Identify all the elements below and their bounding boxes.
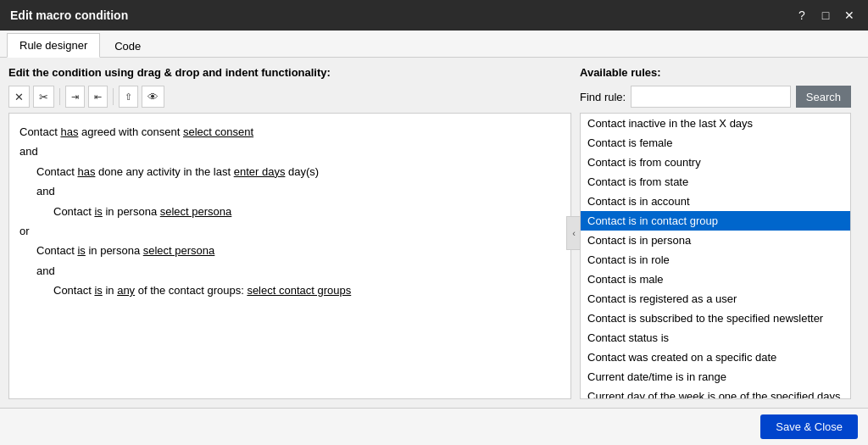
cut-button[interactable]: ✂ — [33, 86, 54, 108]
rule-list-item[interactable]: Contact is male — [581, 270, 850, 289]
connector-and-2: and — [36, 181, 560, 201]
rule-list-item[interactable]: Contact is in account — [581, 192, 850, 211]
rule-list-item[interactable]: Contact inactive in the last X days — [581, 114, 850, 133]
move-up-button[interactable]: ⇧ — [119, 86, 138, 108]
rule-list-item[interactable]: Contact is in role — [581, 250, 850, 270]
rule-list-item[interactable]: Contact is female — [581, 133, 850, 153]
left-panel: Edit the condition using drag & drop and… — [8, 66, 571, 399]
title-bar: Edit macro condition ? □ ✕ — [0, 0, 868, 31]
tab-rule-designer[interactable]: Rule designer — [7, 33, 100, 58]
find-rule-input[interactable] — [631, 86, 791, 108]
help-button[interactable]: ? — [793, 7, 810, 24]
select-contact-groups-link[interactable]: select contact groups — [247, 284, 351, 297]
select-persona-link-2[interactable]: select persona — [143, 244, 215, 257]
is-link-3[interactable]: is — [94, 284, 102, 297]
toolbar: ✕ ✂ ⇥ ⇤ ⇧ 👁 — [8, 86, 571, 108]
has-link-2[interactable]: has — [77, 165, 95, 178]
rule-editor[interactable]: Contact has agreed with consent select c… — [8, 113, 571, 399]
close-button[interactable]: ✕ — [841, 7, 858, 24]
minimize-button[interactable]: □ — [817, 7, 834, 24]
available-rules-title: Available rules: — [580, 66, 851, 79]
main-content: Edit the condition using drag & drop and… — [0, 58, 868, 408]
rule-list-item[interactable]: Contact is subscribed to the specified n… — [581, 309, 850, 328]
rule-list-item[interactable]: Contact is from state — [581, 172, 850, 192]
select-consent-link[interactable]: select consent — [183, 125, 253, 138]
tab-code[interactable]: Code — [102, 34, 153, 58]
rules-list[interactable]: Contact inactive in the last X daysConta… — [581, 114, 850, 398]
rule-list-item[interactable]: Contact was created on a specific date — [581, 348, 850, 367]
toolbar-separator-2 — [113, 88, 114, 105]
rule-list-item[interactable]: Contact is from country — [581, 153, 850, 172]
find-rule-row: Find rule: Search — [580, 86, 851, 108]
has-link-1[interactable]: has — [60, 125, 78, 138]
rule-list-item[interactable]: Contact is registered as a user — [581, 289, 850, 309]
any-link[interactable]: any — [117, 284, 135, 297]
rules-list-container: Contact inactive in the last X daysConta… — [580, 113, 851, 399]
rule-line-1: Contact has agreed with consent select c… — [19, 122, 560, 142]
indent-button[interactable]: ⇥ — [65, 86, 85, 108]
save-close-button[interactable]: Save & Close — [760, 414, 858, 439]
find-rule-label: Find rule: — [580, 91, 626, 103]
outdent-button[interactable]: ⇤ — [88, 86, 108, 108]
title-bar-controls: ? □ ✕ — [793, 7, 858, 24]
rule-list-item[interactable]: Contact is in contact group — [581, 211, 850, 231]
dialog-title: Edit macro condition — [10, 8, 128, 22]
rule-line-4: Contact is in persona select persona — [36, 241, 560, 260]
right-panel: Available rules: Find rule: Search Conta… — [580, 66, 851, 399]
rule-list-item[interactable]: Contact status is — [581, 328, 850, 348]
rule-line-5: Contact is in any of the contact groups:… — [53, 281, 560, 300]
search-button[interactable]: Search — [796, 86, 851, 108]
rule-line-2: Contact has done any activity in the las… — [36, 162, 560, 181]
connector-and-1: and — [19, 142, 560, 161]
is-link-1[interactable]: is — [94, 205, 102, 218]
connector-or: or — [19, 221, 560, 241]
bottom-bar: Save & Close — [0, 408, 868, 445]
is-link-2[interactable]: is — [77, 244, 85, 257]
rule-list-item[interactable]: Current date/time is in range — [581, 367, 850, 387]
rule-list-item[interactable]: Current day of the week is one of the sp… — [581, 387, 850, 398]
tab-bar: Rule designer Code — [0, 31, 868, 58]
rule-list-item[interactable]: Contact is in persona — [581, 231, 850, 250]
select-persona-link-1[interactable]: select persona — [160, 205, 232, 218]
toolbar-separator-1 — [59, 88, 60, 105]
delete-button[interactable]: ✕ — [8, 86, 30, 108]
connector-and-3: and — [36, 261, 560, 281]
rule-line-3: Contact is in persona select persona — [53, 202, 560, 221]
enter-days-link[interactable]: enter days — [234, 165, 286, 178]
right-panel-wrapper: ‹ Available rules: Find rule: Search Con… — [580, 66, 860, 399]
instruction-text: Edit the condition using drag & drop and… — [8, 66, 571, 79]
preview-button[interactable]: 👁 — [142, 86, 164, 108]
